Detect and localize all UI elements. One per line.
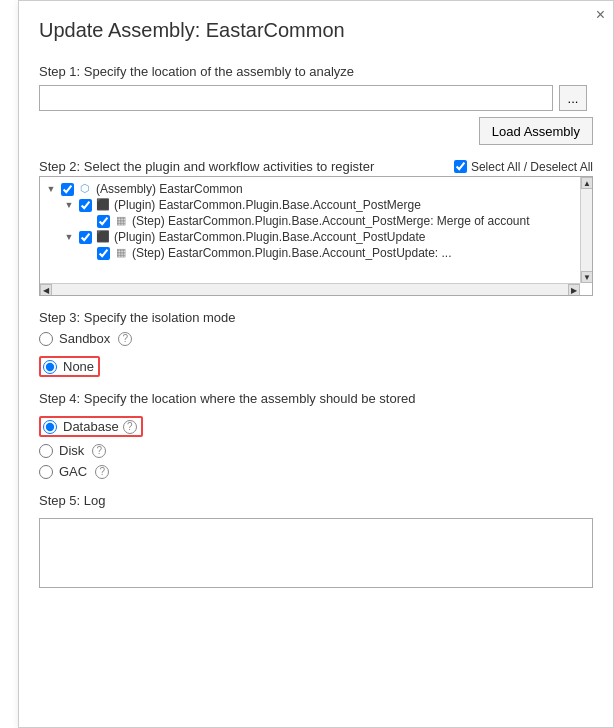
step1-icon: ▦ [113,214,129,228]
none-label: None [63,359,94,374]
step5-section: Step 5: Log [39,493,593,591]
sandbox-option: Sandbox ? [39,331,593,346]
dialog-body: Step 1: Specify the location of the asse… [19,52,613,718]
dialog-title: Update Assembly: EastarCommon [19,1,613,52]
database-option: Database ? [39,412,593,437]
tree-vscrollbar[interactable]: ▲ ▼ [580,177,592,283]
disk-help-icon[interactable]: ? [92,444,106,458]
plugin1-text: (Plugin) EastarCommon.Plugin.Base.Accoun… [114,198,421,212]
tree-row-step1: ▦ (Step) EastarCommon.Plugin.Base.Accoun… [40,213,592,229]
scroll-up-arrow[interactable]: ▲ [581,177,593,189]
update-assembly-dialog: × Update Assembly: EastarCommon Step 1: … [18,0,614,728]
step5-label: Step 5: Log [39,493,593,508]
assembly-path-input[interactable] [39,85,553,111]
none-option: None [39,352,593,377]
log-textarea[interactable] [39,518,593,588]
none-highlight-box: None [39,356,100,377]
plugin2-icon: ⬛ [95,230,111,244]
close-button[interactable]: × [596,7,605,23]
scroll-right-arrow[interactable]: ▶ [568,284,580,296]
gac-option: GAC ? [39,464,593,479]
select-all-checkbox[interactable] [454,160,467,173]
tree-row-partial: ▦ (Step) EastarCommon.Plugin.Base.Accoun… [40,245,592,261]
sandbox-help-icon[interactable]: ? [118,332,132,346]
gac-radio[interactable] [39,465,53,479]
step1-label: Step 1: Specify the location of the asse… [39,64,593,79]
sandbox-label: Sandbox [59,331,110,346]
scroll-down-arrow[interactable]: ▼ [581,271,593,283]
partial-text: (Step) EastarCommon.Plugin.Base.Account_… [132,246,452,260]
step2-label: Step 2: Select the plugin and workflow a… [39,159,374,174]
checkbox-plugin2[interactable] [79,231,92,244]
load-assembly-button[interactable]: Load Assembly [479,117,593,145]
tree-row-plugin2: ▼ ⬛ (Plugin) EastarCommon.Plugin.Base.Ac… [40,229,592,245]
partial-icon: ▦ [113,246,129,260]
step2-header: Step 2: Select the plugin and workflow a… [39,159,593,174]
scroll-left-arrow[interactable]: ◀ [40,284,52,296]
toggle-assembly[interactable]: ▼ [44,184,58,194]
database-radio[interactable] [43,420,57,434]
browse-button[interactable]: ... [559,85,587,111]
none-radio[interactable] [43,360,57,374]
step4-label: Step 4: Specify the location where the a… [39,391,593,406]
checkbox-assembly[interactable] [61,183,74,196]
database-label: Database [63,419,119,434]
sandbox-radio[interactable] [39,332,53,346]
tree-row-assembly: ▼ ⬡ (Assembly) EastarCommon [40,181,592,197]
database-help-icon[interactable]: ? [123,420,137,434]
gac-label: GAC [59,464,87,479]
disk-label: Disk [59,443,84,458]
toggle-plugin1[interactable]: ▼ [62,200,76,210]
select-all-container[interactable]: Select All / Deselect All [454,160,593,174]
assembly-icon: ⬡ [77,182,93,196]
disk-radio[interactable] [39,444,53,458]
step3-label: Step 3: Specify the isolation mode [39,310,593,325]
toggle-plugin2[interactable]: ▼ [62,232,76,242]
plugin-tree-container[interactable]: ▼ ⬡ (Assembly) EastarCommon ▼ ⬛ (Plugin)… [39,176,593,296]
tree-hscrollbar[interactable]: ◀ ▶ [40,283,580,295]
plugin1-icon: ⬛ [95,198,111,212]
step1-file-row: ... [39,85,593,111]
database-highlight-box: Database ? [39,416,143,437]
step3-section: Step 3: Specify the isolation mode Sandb… [39,310,593,377]
checkbox-step1[interactable] [97,215,110,228]
tree-row-plugin1: ▼ ⬛ (Plugin) EastarCommon.Plugin.Base.Ac… [40,197,592,213]
step4-section: Step 4: Specify the location where the a… [39,391,593,479]
assembly-text: (Assembly) EastarCommon [96,182,243,196]
gac-help-icon[interactable]: ? [95,465,109,479]
plugin2-text: (Plugin) EastarCommon.Plugin.Base.Accoun… [114,230,426,244]
step1-text: (Step) EastarCommon.Plugin.Base.Account_… [132,214,530,228]
checkbox-partial[interactable] [97,247,110,260]
select-all-label: Select All / Deselect All [471,160,593,174]
tree-scroll-inner: ▼ ⬡ (Assembly) EastarCommon ▼ ⬛ (Plugin)… [40,177,592,265]
checkbox-plugin1[interactable] [79,199,92,212]
disk-option: Disk ? [39,443,593,458]
